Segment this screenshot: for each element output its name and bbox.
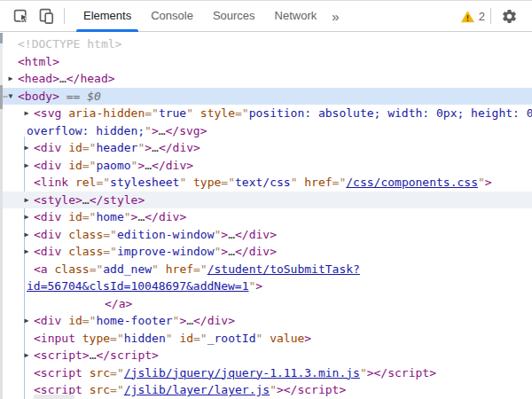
code-token: … — [82, 193, 90, 207]
code-token: =" — [82, 210, 97, 223]
code-token: <!DOCTYPE html> — [18, 37, 121, 51]
code-token: class — [68, 245, 103, 258]
code-token: <script — [34, 366, 82, 379]
code-token: </script> — [96, 348, 158, 362]
tree-row[interactable]: <input type="hidden" id="_rootId" value> — [0, 330, 532, 348]
code-token: </div> — [145, 210, 186, 223]
code-token — [61, 228, 68, 241]
code-token: </svg> — [166, 124, 207, 137]
settings-button[interactable] — [497, 3, 521, 29]
device-toolbar-button[interactable] — [34, 3, 59, 29]
code-token — [262, 332, 270, 345]
code-token — [75, 332, 82, 345]
code-token — [193, 106, 200, 120]
tab-elements[interactable]: Elements — [74, 1, 141, 32]
code-token: add_new — [103, 262, 152, 276]
code-token: " — [152, 262, 159, 276]
code-token: > — [145, 141, 152, 154]
code-token: hidden — [124, 332, 166, 345]
code-token: </head> — [66, 72, 115, 85]
tree-row[interactable]: </a> — [0, 295, 532, 313]
code-token: <div — [34, 314, 61, 327]
expand-arrow-icon[interactable]: ▶ — [21, 208, 32, 226]
expand-arrow-icon[interactable]: ▶ — [21, 243, 32, 261]
active-tab-underline — [76, 29, 138, 32]
code-token — [61, 210, 68, 223]
code-token: <a — [34, 262, 48, 276]
code-token — [61, 141, 68, 154]
code-token: class — [68, 228, 103, 241]
tree-row[interactable]: ▶<div id="home-footer">…</div> — [0, 312, 532, 330]
code-token: href — [304, 176, 332, 189]
tree-row[interactable]: ▶<div id="header">…</div> — [0, 139, 532, 157]
warning-icon — [460, 10, 475, 23]
tree-row[interactable]: ▶<div class="edition-window">…</div> — [0, 226, 532, 244]
tree-row[interactable]: ▶<style>…</style> — [0, 192, 532, 209]
code-token: home-footer — [96, 314, 172, 327]
tab-sources[interactable]: Sources — [203, 1, 265, 32]
code-token: " — [145, 124, 152, 137]
tree-row[interactable]: <script src="/jslib/jquery/jquery-1.11.3… — [0, 364, 532, 382]
expand-arrow-icon[interactable]: ▶ — [21, 192, 32, 209]
tree-row[interactable]: <script src="/jslib/layer/layer.js"></sc… — [0, 381, 532, 399]
code-token — [61, 245, 68, 258]
code-token: id — [68, 210, 82, 223]
code-token: =" — [221, 176, 235, 189]
tree-row[interactable]: id=56704&clsId=10048697&addNew=1"> — [0, 278, 532, 295]
code-token: <svg — [34, 106, 61, 120]
tree-row[interactable]: ▶<svg aria-hidden="true" style="position… — [0, 105, 532, 122]
code-token: <link — [34, 176, 68, 189]
tab-console[interactable]: Console — [141, 1, 203, 32]
expand-arrow-icon[interactable]: ▶ — [21, 157, 32, 175]
collapse-arrow-icon[interactable]: ▼ — [5, 88, 16, 106]
code-token: style — [200, 106, 235, 120]
code-token: <div — [34, 159, 61, 172]
tree-row[interactable]: ▶<script>…</script> — [0, 347, 532, 364]
tree-row[interactable]: <a class="add_new" href="/student/toSubm… — [0, 261, 532, 278]
tab-network[interactable]: Network — [265, 1, 327, 32]
inspect-element-button[interactable] — [9, 3, 34, 29]
code-token — [61, 314, 68, 327]
code-token: </div> — [235, 245, 277, 258]
code-token: position: absolute; width: 0px; height: … — [249, 106, 532, 120]
tree-row[interactable]: <!DOCTYPE html> — [0, 35, 532, 53]
tree-row[interactable]: ▶<div id="paomo">…</div> — [0, 157, 532, 175]
code-token: > — [485, 176, 492, 189]
code-token: … — [228, 228, 235, 241]
code-token: <head> — [18, 72, 59, 85]
expand-arrow-icon[interactable]: ▶ — [21, 312, 32, 330]
code-token: =" — [103, 228, 117, 241]
expand-arrow-icon[interactable]: ▶ — [21, 139, 32, 157]
tree-row[interactable]: ▶<head>…</head> — [0, 70, 532, 88]
tree-row[interactable]: overflow: hidden;">…</svg> — [0, 122, 532, 140]
expand-arrow-icon[interactable]: ▶ — [5, 70, 16, 88]
code-token: > — [277, 383, 284, 396]
code-token: … — [145, 159, 152, 172]
warnings-indicator[interactable]: 2 — [460, 10, 485, 23]
code-token — [82, 383, 90, 396]
code-token: aria-hidden — [68, 106, 145, 120]
code-token: =" — [82, 141, 97, 154]
code-token: id — [68, 141, 82, 154]
code-token: /jslib/jquery/jquery-1.11.3.min.js — [124, 366, 360, 379]
expand-arrow-icon[interactable]: ▶ — [21, 105, 32, 122]
tree-row[interactable]: ⋯▼<body> == $0 — [0, 88, 532, 106]
code-token: =" — [193, 262, 207, 276]
code-token: =" — [193, 332, 207, 345]
expand-arrow-icon[interactable]: ▶ — [21, 226, 32, 244]
tab-label: Sources — [213, 9, 255, 22]
expand-arrow-icon[interactable]: ▶ — [21, 347, 32, 364]
more-tabs-button[interactable]: » — [332, 2, 339, 31]
tree-row[interactable]: <html> — [0, 53, 532, 71]
code-token: </div> — [159, 141, 200, 154]
code-token: src — [90, 383, 110, 396]
code-token: paomo — [96, 159, 130, 172]
tree-row[interactable]: <link rel="stylesheet" type="text/css" h… — [0, 174, 532, 192]
code-token: <div — [34, 228, 61, 241]
warning-count: 2 — [479, 10, 485, 23]
code-token: <body> — [18, 90, 59, 103]
code-token: _rootId — [207, 332, 256, 345]
tree-row[interactable]: ▶<div class="improve-window">…</div> — [0, 243, 532, 261]
code-token: =" — [96, 176, 110, 189]
tree-row[interactable]: ▶<div id="home">…</div> — [0, 208, 532, 226]
